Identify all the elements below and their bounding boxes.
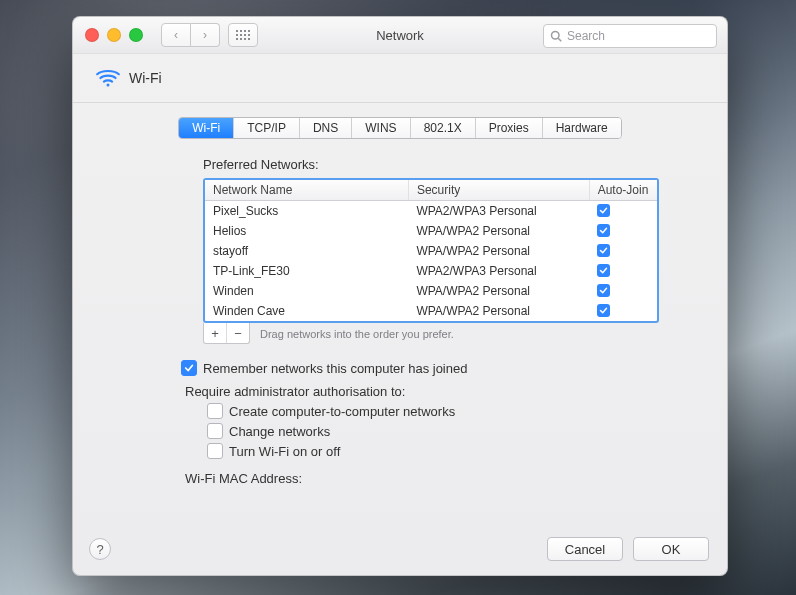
autojoin-checkbox[interactable] [597, 264, 610, 277]
tab-wins[interactable]: WINS [352, 118, 410, 138]
network-security-cell: WPA/WPA2 Personal [408, 301, 589, 321]
cancel-button-label: Cancel [565, 542, 605, 557]
pane-title: Wi-Fi [129, 70, 162, 86]
table-row[interactable]: HeliosWPA/WPA2 Personal [205, 221, 657, 241]
mac-address-label: Wi-Fi MAC Address: [185, 471, 302, 486]
autojoin-checkbox[interactable] [597, 284, 610, 297]
table-row[interactable]: Pixel_SucksWPA2/WPA3 Personal [205, 201, 657, 222]
table-row[interactable]: WindenWPA/WPA2 Personal [205, 281, 657, 301]
cancel-button[interactable]: Cancel [547, 537, 623, 561]
tab-tcp-ip[interactable]: TCP/IP [234, 118, 300, 138]
create-c2c-checkbox[interactable] [207, 403, 223, 419]
pane-header: Wi-Fi [73, 54, 727, 103]
column-header-security[interactable]: Security [408, 180, 589, 201]
change-networks-label: Change networks [229, 424, 330, 439]
table-row[interactable]: stayoffWPA/WPA2 Personal [205, 241, 657, 261]
minimize-window-button[interactable] [107, 28, 121, 42]
change-networks-checkbox[interactable] [207, 423, 223, 439]
column-header-name[interactable]: Network Name [205, 180, 408, 201]
drag-hint: Drag networks into the order you prefer. [260, 328, 454, 340]
toggle-wifi-checkbox[interactable] [207, 443, 223, 459]
grid-icon [236, 30, 250, 40]
network-security-cell: WPA2/WPA3 Personal [408, 261, 589, 281]
minus-icon: − [234, 326, 242, 341]
forward-button[interactable]: › [191, 23, 220, 47]
add-network-button[interactable]: + [204, 323, 227, 343]
svg-point-2 [106, 84, 109, 87]
search-field[interactable]: Search [543, 24, 717, 48]
check-icon [184, 363, 194, 373]
table-row[interactable]: Winden CaveWPA/WPA2 Personal [205, 301, 657, 321]
ok-button-label: OK [662, 542, 681, 557]
show-all-button[interactable] [228, 23, 258, 47]
network-security-cell: WPA/WPA2 Personal [408, 221, 589, 241]
autojoin-checkbox[interactable] [597, 244, 610, 257]
network-preferences-window: ‹ › Network Search Wi-F [72, 16, 728, 576]
dialog-footer: ? Cancel OK [73, 537, 727, 561]
preferred-networks-table[interactable]: Network Name Security Auto-Join Pixel_Su… [203, 178, 659, 323]
help-icon: ? [96, 542, 103, 557]
close-window-button[interactable] [85, 28, 99, 42]
nav-buttons: ‹ › [161, 23, 220, 47]
tab-proxies[interactable]: Proxies [476, 118, 543, 138]
remember-networks-checkbox[interactable] [181, 360, 197, 376]
network-name-cell: stayoff [205, 241, 408, 261]
svg-point-0 [552, 32, 560, 40]
network-name-cell: TP-Link_FE30 [205, 261, 408, 281]
network-security-cell: WPA/WPA2 Personal [408, 241, 589, 261]
add-remove-bar: + − Drag networks into the order you pre… [203, 323, 727, 344]
ok-button[interactable]: OK [633, 537, 709, 561]
create-c2c-label: Create computer-to-computer networks [229, 404, 455, 419]
tab-802-1x[interactable]: 802.1X [411, 118, 476, 138]
network-security-cell: WPA/WPA2 Personal [408, 281, 589, 301]
chevron-right-icon: › [203, 28, 207, 42]
table-row[interactable]: TP-Link_FE30WPA2/WPA3 Personal [205, 261, 657, 281]
remember-networks-label: Remember networks this computer has join… [203, 361, 467, 376]
search-icon [550, 30, 562, 42]
options-group: Remember networks this computer has join… [181, 358, 727, 486]
toggle-wifi-label: Turn Wi-Fi on or off [229, 444, 340, 459]
autojoin-checkbox[interactable] [597, 224, 610, 237]
tab-dns[interactable]: DNS [300, 118, 352, 138]
autojoin-checkbox[interactable] [597, 204, 610, 217]
tab-wi-fi[interactable]: Wi-Fi [179, 118, 234, 138]
network-name-cell: Winden [205, 281, 408, 301]
preferred-networks-label: Preferred Networks: [203, 157, 727, 172]
remove-network-button[interactable]: − [227, 323, 249, 343]
window-controls [85, 28, 143, 42]
network-name-cell: Pixel_Sucks [205, 201, 408, 222]
titlebar: ‹ › Network Search [73, 17, 727, 54]
autojoin-checkbox[interactable] [597, 304, 610, 317]
network-name-cell: Winden Cave [205, 301, 408, 321]
plus-icon: + [211, 326, 219, 341]
zoom-window-button[interactable] [129, 28, 143, 42]
network-name-cell: Helios [205, 221, 408, 241]
back-button[interactable]: ‹ [161, 23, 191, 47]
wifi-icon [95, 65, 121, 91]
require-admin-label: Require administrator authorisation to: [185, 384, 727, 399]
tab-hardware[interactable]: Hardware [543, 118, 621, 138]
help-button[interactable]: ? [89, 538, 111, 560]
tab-bar: Wi-FiTCP/IPDNSWINS802.1XProxiesHardware [73, 117, 727, 139]
search-placeholder: Search [567, 29, 605, 43]
chevron-left-icon: ‹ [174, 28, 178, 42]
svg-line-1 [558, 38, 561, 41]
network-security-cell: WPA2/WPA3 Personal [408, 201, 589, 222]
column-header-autojoin[interactable]: Auto-Join [589, 180, 657, 201]
